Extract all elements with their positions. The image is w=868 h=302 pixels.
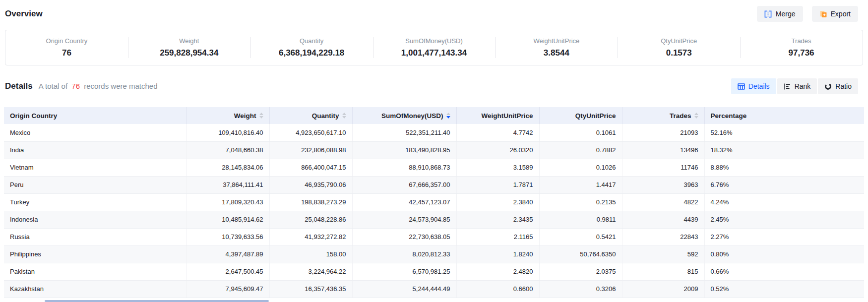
percentage-cell: 0.66% bbox=[704, 263, 775, 280]
weight-cell: 4,397,487.89 bbox=[186, 245, 269, 263]
weight-cell: 28,145,834.06 bbox=[186, 159, 269, 176]
stat-label: WeightUnitPrice bbox=[495, 37, 618, 45]
weight-unit-price-cell: 1.7871 bbox=[456, 176, 539, 193]
column-header-weight[interactable]: Weight bbox=[186, 107, 269, 124]
percentage-cell: 6.76% bbox=[704, 176, 775, 193]
percentage-cell: 52.16% bbox=[704, 124, 775, 141]
sort-carets-icon bbox=[342, 113, 346, 119]
origin-country-cell: Turkey bbox=[4, 193, 186, 211]
sum-of-money-cell: 5,244,444.49 bbox=[352, 280, 456, 298]
export-file-icon bbox=[819, 10, 827, 18]
sum-of-money-cell: 22,730,638.05 bbox=[352, 228, 456, 245]
quantity-cell: 232,806,088.98 bbox=[269, 141, 352, 159]
stat-item: Trades97,736 bbox=[740, 37, 863, 58]
column-header-filler bbox=[775, 107, 864, 124]
stat-label: SumOfMoney(USD) bbox=[373, 37, 496, 45]
table-row: India7,048,660.38232,806,088.98183,490,8… bbox=[4, 141, 864, 159]
stat-value: 0.1573 bbox=[618, 48, 740, 58]
tab-rank[interactable]: Rank bbox=[777, 78, 817, 94]
export-button[interactable]: Export bbox=[812, 6, 858, 22]
table-row: Mexico109,410,816.404,923,650,617.10522,… bbox=[4, 124, 864, 141]
details-heading: Details A total of 76 records were match… bbox=[5, 81, 158, 91]
qty-unit-price-cell: 1.4417 bbox=[539, 176, 622, 193]
sum-of-money-cell: 67,666,357.00 bbox=[352, 176, 456, 193]
qty-unit-price-cell: 0.1026 bbox=[539, 159, 622, 176]
column-header-trades[interactable]: Trades bbox=[622, 107, 704, 124]
quantity-cell: 4,923,650,617.10 bbox=[269, 124, 352, 141]
trades-cell: 4439 bbox=[622, 211, 704, 228]
weight-cell: 10,739,633.56 bbox=[186, 228, 269, 245]
stat-item: WeightUnitPrice3.8544 bbox=[495, 37, 618, 58]
qty-unit-price-cell: 0.1061 bbox=[539, 124, 622, 141]
merge-cells-icon bbox=[764, 10, 772, 18]
weight-cell: 2,647,500.45 bbox=[186, 263, 269, 280]
trades-cell: 2009 bbox=[622, 280, 704, 298]
quantity-cell: 158.00 bbox=[269, 245, 352, 263]
qty-unit-price-cell: 0.5421 bbox=[539, 228, 622, 245]
filler-cell bbox=[775, 245, 864, 263]
column-header-sum-of-money[interactable]: SumOfMoney(USD) bbox=[352, 107, 456, 124]
percentage-cell: 2.27% bbox=[704, 228, 775, 245]
matched-prefix: A total of bbox=[39, 82, 67, 90]
weight-cell: 37,864,111.41 bbox=[186, 176, 269, 193]
qty-unit-price-cell: 50,764.6350 bbox=[539, 245, 622, 263]
filler-cell bbox=[775, 228, 864, 245]
stat-label: Quantity bbox=[250, 37, 373, 45]
origin-country-cell: Mexico bbox=[4, 124, 186, 141]
origin-country-cell: Peru bbox=[4, 176, 186, 193]
filler-cell bbox=[775, 193, 864, 211]
weight-unit-price-cell: 2.1165 bbox=[456, 228, 539, 245]
column-header-qty-unit-price: QtyUnitPrice bbox=[539, 107, 622, 124]
horizontal-scrollbar-thumb[interactable] bbox=[45, 300, 269, 302]
stat-item: Quantity6,368,194,229.18 bbox=[250, 37, 373, 58]
filler-cell bbox=[775, 280, 864, 298]
qty-unit-price-cell: 2.0375 bbox=[539, 263, 622, 280]
stat-label: Trades bbox=[740, 37, 863, 45]
details-table: Origin Country Weight Quantity SumOfMone… bbox=[4, 107, 864, 298]
origin-country-cell: Vietnam bbox=[4, 159, 186, 176]
merge-button[interactable]: Merge bbox=[757, 6, 803, 22]
filler-cell bbox=[775, 263, 864, 280]
trades-cell: 22843 bbox=[622, 228, 704, 245]
stat-value: 97,736 bbox=[740, 48, 863, 58]
tab-details-label: Details bbox=[748, 82, 770, 90]
trades-cell: 21093 bbox=[622, 124, 704, 141]
origin-country-cell: India bbox=[4, 141, 186, 159]
tab-ratio-label: Ratio bbox=[835, 82, 852, 90]
stat-value: 1,001,477,143.34 bbox=[373, 48, 496, 58]
percentage-cell: 8.88% bbox=[704, 159, 775, 176]
qty-unit-price-cell: 0.2135 bbox=[539, 193, 622, 211]
percentage-cell: 2.45% bbox=[704, 211, 775, 228]
sum-of-money-cell: 88,910,868.73 bbox=[352, 159, 456, 176]
stat-item: Origin Country76 bbox=[5, 37, 128, 58]
donut-chart-icon bbox=[824, 83, 832, 90]
toolbar: Merge Export bbox=[757, 6, 858, 22]
tab-details[interactable]: Details bbox=[731, 78, 776, 94]
qty-unit-price-cell: 0.3206 bbox=[539, 280, 622, 298]
weight-cell: 10,485,914.62 bbox=[186, 211, 269, 228]
column-header-percentage: Percentage bbox=[704, 107, 775, 124]
quantity-cell: 198,838,273.29 bbox=[269, 193, 352, 211]
filler-cell bbox=[775, 176, 864, 193]
percentage-cell: 0.52% bbox=[704, 280, 775, 298]
stats-card: Origin Country76Weight259,828,954.34Quan… bbox=[5, 30, 863, 65]
export-button-label: Export bbox=[831, 10, 851, 18]
table-row: Pakistan2,647,500.453,224,964.226,570,98… bbox=[4, 263, 864, 280]
sort-carets-desc-active-icon bbox=[446, 113, 450, 119]
qty-unit-price-cell: 0.7882 bbox=[539, 141, 622, 159]
weight-unit-price-cell: 2.3435 bbox=[456, 211, 539, 228]
stat-label: Origin Country bbox=[5, 37, 128, 45]
tab-ratio[interactable]: Ratio bbox=[818, 78, 858, 94]
weight-unit-price-cell: 1.8240 bbox=[456, 245, 539, 263]
column-header-origin-country: Origin Country bbox=[4, 107, 186, 124]
details-title: Details bbox=[5, 81, 33, 91]
table-row: Kazakhstan7,945,609.4716,357,436.355,244… bbox=[4, 280, 864, 298]
trades-cell: 3963 bbox=[622, 176, 704, 193]
stat-item: Weight259,828,954.34 bbox=[128, 37, 250, 58]
trades-cell: 11746 bbox=[622, 159, 704, 176]
column-header-quantity[interactable]: Quantity bbox=[269, 107, 352, 124]
view-switcher: Details Rank Ratio bbox=[731, 78, 858, 94]
weight-unit-price-cell: 0.6600 bbox=[456, 280, 539, 298]
stat-label: QtyUnitPrice bbox=[618, 37, 740, 45]
top-bar: Overview Merge Export bbox=[0, 0, 868, 28]
